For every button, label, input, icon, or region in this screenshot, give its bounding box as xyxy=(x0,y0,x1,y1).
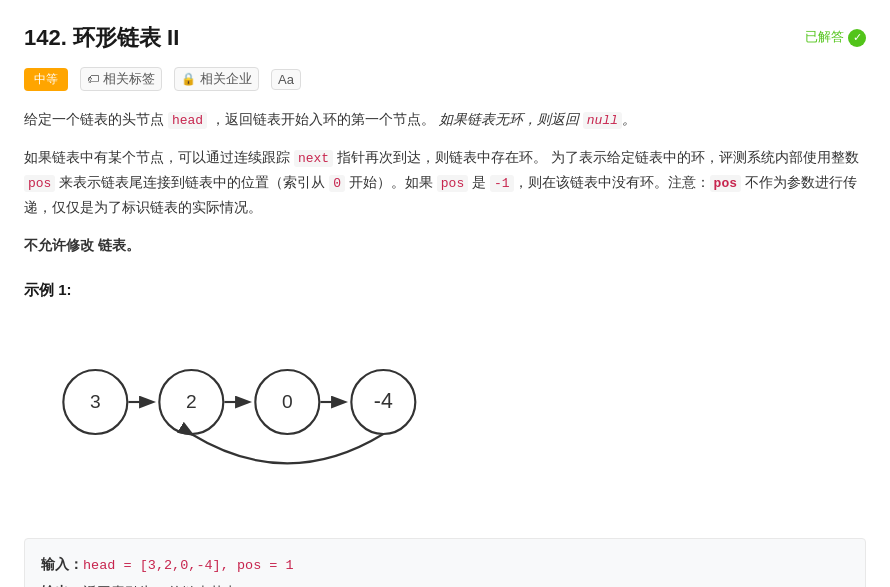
input-label: 输入： xyxy=(41,557,83,572)
svg-text:-4: -4 xyxy=(374,389,393,413)
title-row: 142. 环形链表 II 已解答 ✓ xyxy=(24,20,866,55)
svg-text:2: 2 xyxy=(186,391,197,412)
description-para2: 如果链表中有某个节点，可以通过连续跟踪 next 指针再次到达，则链表中存在环。… xyxy=(24,145,866,221)
null-code: null xyxy=(583,112,622,129)
related-companies-button[interactable]: 🔒 相关企业 xyxy=(174,67,259,91)
diagram-container: 3 2 0 -4 xyxy=(24,318,866,528)
example-section: 示例 1: 3 2 0 -4 xyxy=(24,278,866,587)
output-row: 输出：返回索引为 1 的链表节点 xyxy=(41,579,849,587)
solved-badge: 已解答 ✓ xyxy=(805,27,866,48)
pos-code2: pos xyxy=(437,175,468,192)
linked-list-text: 链表 xyxy=(98,237,126,253)
input-output-box: 输入：head = [3,2,0,-4], pos = 1 输出：返回索引为 1… xyxy=(24,538,866,587)
no-modify-text: 不允许修改 链表。 xyxy=(24,233,866,258)
desc-italic: 如果链表无环，则返回 null。 xyxy=(439,111,636,127)
neg1-code: -1 xyxy=(490,175,514,192)
pos-code: pos xyxy=(24,175,55,192)
tags-row: 中等 🏷 相关标签 🔒 相关企业 Aa xyxy=(24,67,866,91)
input-value: head = [3,2,0,-4], pos = 1 xyxy=(83,558,294,573)
solved-label: 已解答 xyxy=(805,27,844,48)
related-tags-button[interactable]: 🏷 相关标签 xyxy=(80,67,162,91)
difficulty-tag: 中等 xyxy=(24,68,68,91)
page-container: 142. 环形链表 II 已解答 ✓ 中等 🏷 相关标签 🔒 相关企业 Aa 给… xyxy=(0,0,890,587)
lock-icon: 🔒 xyxy=(181,72,196,86)
description-para1: 给定一个链表的头节点 head ，返回链表开始入环的第一个节点。 如果链表无环，… xyxy=(24,107,866,132)
svg-text:0: 0 xyxy=(282,391,293,412)
example-title: 示例 1: xyxy=(24,278,866,302)
problem-title: 142. 环形链表 II xyxy=(24,20,179,55)
next-code: next xyxy=(294,150,333,167)
head-code: head xyxy=(168,112,207,129)
related-tags-label: 相关标签 xyxy=(103,70,155,88)
pos-note-code: pos xyxy=(710,175,741,192)
related-companies-label: 相关企业 xyxy=(200,70,252,88)
input-row: 输入：head = [3,2,0,-4], pos = 1 xyxy=(41,551,849,579)
svg-text:3: 3 xyxy=(90,391,101,412)
zero-code: 0 xyxy=(329,175,345,192)
tag-icon: 🏷 xyxy=(87,72,99,86)
linked-list-diagram: 3 2 0 -4 xyxy=(34,338,594,498)
check-icon: ✓ xyxy=(848,29,866,47)
font-label: Aa xyxy=(278,72,294,87)
font-button[interactable]: Aa xyxy=(271,69,301,90)
